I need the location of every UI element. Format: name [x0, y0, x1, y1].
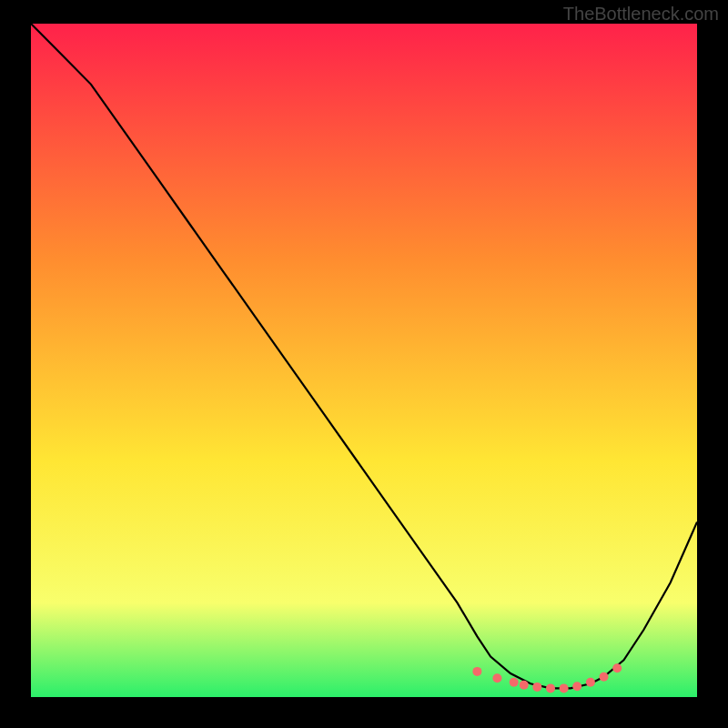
marker-dot — [472, 667, 481, 676]
marker-dot — [520, 681, 529, 690]
chart-plot-area — [31, 24, 697, 697]
watermark-text: TheBottleneck.com — [563, 4, 719, 25]
marker-dot — [510, 678, 519, 687]
gradient-background — [31, 24, 697, 697]
marker-dot — [546, 683, 555, 693]
marker-dot — [612, 663, 622, 672]
marker-dot — [532, 682, 541, 692]
marker-dot — [560, 683, 569, 693]
chart-svg — [31, 24, 697, 697]
marker-dot — [586, 678, 595, 687]
marker-dot — [600, 672, 609, 682]
marker-dot — [572, 682, 581, 691]
marker-dot — [492, 673, 501, 682]
